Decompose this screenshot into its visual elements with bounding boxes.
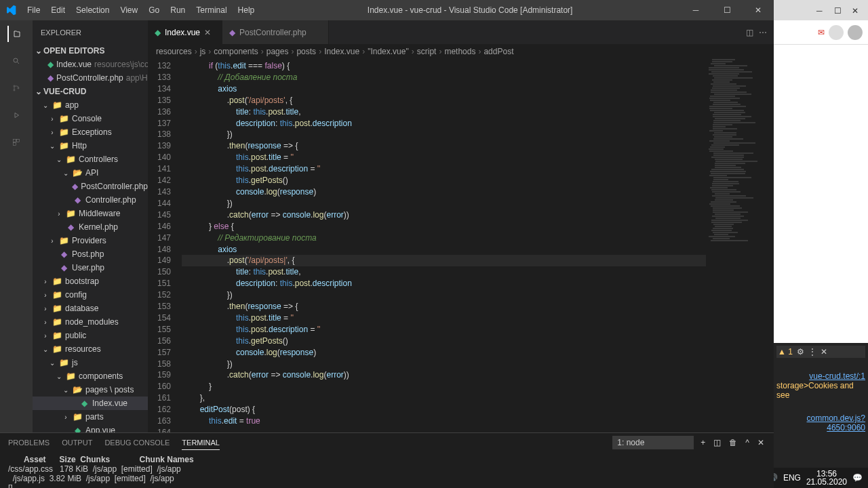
open-editor-item[interactable]: ◆PostController.php app\Htt...: [33, 71, 148, 85]
tree-item-User[interactable]: ◆ User.php: [33, 261, 148, 274]
menu-help[interactable]: Help: [233, 3, 260, 18]
project-section[interactable]: ⌄VUE-CRUD: [33, 85, 148, 98]
tree-item-components[interactable]: ⌄📁 components: [33, 369, 148, 383]
tree-item-Post[interactable]: ◆ Post.php: [33, 247, 148, 261]
svg-point-2: [14, 89, 15, 91]
maximize-panel-icon[interactable]: ^: [744, 436, 751, 449]
tree-item-App[interactable]: ◆ App.vue: [33, 424, 148, 432]
panel-tab-debug[interactable]: DEBUG CONSOLE: [104, 436, 170, 449]
minimize-button[interactable]: ─: [680, 0, 711, 20]
bg-close-icon[interactable]: ✕: [852, 6, 860, 14]
tree-item-API[interactable]: ⌄📂 API: [33, 166, 148, 180]
close-icon[interactable]: ✕: [821, 347, 827, 357]
tree-item-Console[interactable]: ›📁 Console: [33, 112, 148, 125]
file-tree: ⌄📁 app›📁 Console›📁 Exceptions⌄📁 Http⌄📁 C…: [33, 98, 148, 432]
tree-item-parts[interactable]: ›📁 parts: [33, 410, 148, 424]
breadcrumb[interactable]: resources›js›components›pages›posts›Inde…: [148, 44, 774, 59]
extension-icon[interactable]: [829, 25, 844, 40]
breadcrumb-item[interactable]: addPost: [484, 47, 513, 56]
dots-icon[interactable]: ⋮: [808, 347, 816, 357]
debug-icon[interactable]: [8, 107, 24, 123]
menu-view[interactable]: View: [115, 3, 143, 18]
breadcrumb-item[interactable]: posts: [296, 47, 316, 56]
panel-tab-terminal[interactable]: TERMINAL: [182, 436, 220, 450]
close-button[interactable]: ✕: [743, 0, 774, 20]
mail-icon[interactable]: ✉: [818, 28, 825, 37]
breadcrumb-item[interactable]: js: [200, 47, 206, 56]
tree-item-Providers[interactable]: ›📁 Providers: [33, 234, 148, 247]
menu-go[interactable]: Go: [143, 3, 165, 18]
breadcrumb-item[interactable]: methods: [444, 47, 475, 56]
tree-item-PostController[interactable]: ◆ PostController.php: [33, 180, 148, 193]
browser-viewport: [774, 45, 868, 343]
bg-minimize-icon[interactable]: ─: [816, 6, 825, 14]
breadcrumb-item[interactable]: components: [214, 47, 258, 56]
tree-item-Http[interactable]: ⌄📁 Http: [33, 139, 148, 152]
gear-icon[interactable]: ⚙: [797, 347, 804, 357]
tree-item-resources[interactable]: ⌄📁 resources: [33, 342, 148, 356]
new-terminal-icon[interactable]: +: [699, 436, 707, 449]
console-message: storage>Cookies and see: [776, 381, 865, 400]
svg-rect-5: [17, 140, 20, 142]
tree-item-pages_posts[interactable]: ⌄📂 pages \ posts: [33, 383, 148, 396]
menu-selection[interactable]: Selection: [71, 3, 115, 18]
tree-item-database[interactable]: ›📁 database: [33, 302, 148, 315]
tree-item-Kernel[interactable]: ◆ Kernel.php: [33, 220, 148, 234]
breadcrumb-item[interactable]: "Index.vue": [368, 47, 409, 56]
kill-terminal-icon[interactable]: 🗑: [728, 436, 738, 449]
close-panel-icon[interactable]: ✕: [756, 436, 766, 449]
maximize-button[interactable]: ☐: [711, 0, 743, 20]
menu-run[interactable]: Run: [165, 3, 191, 18]
menu-edit[interactable]: Edit: [45, 3, 71, 18]
explorer-sidebar: EXPLORER ⌄OPEN EDITORS ◆Index.vue resour…: [33, 20, 148, 432]
vscode-logo-icon: [5, 5, 16, 16]
terminal-output[interactable]: Asset Size Chunks Chunk Names /css/app.c…: [0, 452, 774, 488]
close-icon[interactable]: ✕: [204, 28, 215, 37]
menu-terminal[interactable]: Terminal: [191, 3, 232, 18]
breadcrumb-item[interactable]: Index.vue: [324, 47, 359, 56]
terminal-select[interactable]: 1: node: [612, 436, 694, 449]
tree-item-app[interactable]: ⌄📁 app: [33, 98, 148, 112]
tree-item-config[interactable]: ›📁 config: [33, 288, 148, 302]
console-link[interactable]: common.dev.js?4650:9060: [807, 413, 865, 432]
tree-item-Middleware[interactable]: ›📁 Middleware: [33, 207, 148, 220]
notifications-icon[interactable]: 💬: [852, 473, 863, 483]
breadcrumb-item[interactable]: pages: [267, 47, 289, 56]
breadcrumb-item[interactable]: script: [417, 47, 437, 56]
tree-item-bootstrap[interactable]: ›📁 bootstrap: [33, 274, 148, 288]
tab-index-vue[interactable]: ◆Index.vue✕: [148, 20, 222, 44]
source-control-icon[interactable]: [8, 80, 24, 96]
panel-tab-problems[interactable]: PROBLEMS: [8, 436, 50, 449]
breadcrumb-item[interactable]: resources: [156, 47, 192, 56]
tree-item-js[interactable]: ⌄📁 js: [33, 356, 148, 369]
tree-item-node_modules[interactable]: ›📁 node_modules: [33, 315, 148, 329]
avatar[interactable]: [848, 25, 863, 40]
svg-point-0: [14, 58, 18, 62]
code-content[interactable]: if (this.edit === false) { // Добавление…: [182, 59, 706, 432]
open-editors-section[interactable]: ⌄OPEN EDITORS: [33, 44, 148, 58]
console-link[interactable]: vue-crud.test/:1: [809, 371, 865, 381]
more-actions-icon[interactable]: ⋯: [759, 28, 767, 37]
tree-item-Exceptions[interactable]: ›📁 Exceptions: [33, 125, 148, 139]
tray-date[interactable]: 21.05.2020: [806, 478, 847, 486]
open-editor-item[interactable]: ◆Index.vue resources\js\com...: [33, 58, 148, 71]
browser-devtools[interactable]: ▲ 1 ⚙ ⋮ ✕ vue-crud.test/:1 storage>Cooki…: [774, 343, 868, 468]
split-editor-icon[interactable]: ◫: [746, 28, 753, 37]
extensions-icon[interactable]: [8, 134, 24, 150]
bg-maximize-icon[interactable]: ☐: [834, 6, 842, 14]
search-icon[interactable]: [8, 53, 24, 69]
split-terminal-icon[interactable]: ◫: [712, 436, 722, 449]
tree-item-Controller[interactable]: ◆ Controller.php: [33, 193, 148, 207]
tree-item-Index[interactable]: ◆ Index.vue: [33, 396, 148, 410]
tab-postcontroller[interactable]: ◆PostController.php: [222, 20, 329, 44]
tree-item-Controllers[interactable]: ⌄📁 Controllers: [33, 152, 148, 166]
editor-body[interactable]: 1321331341351361371381391401411421431441…: [148, 59, 774, 432]
tree-item-public[interactable]: ›📁 public: [33, 329, 148, 342]
menu-file[interactable]: File: [22, 3, 45, 18]
explorer-icon[interactable]: [7, 26, 24, 42]
svg-point-1: [14, 85, 15, 87]
titlebar: File Edit Selection View Go Run Terminal…: [0, 0, 774, 20]
tray-language[interactable]: ENG: [783, 473, 801, 483]
panel-tab-output[interactable]: OUTPUT: [62, 436, 92, 449]
minimap[interactable]: [706, 59, 774, 432]
